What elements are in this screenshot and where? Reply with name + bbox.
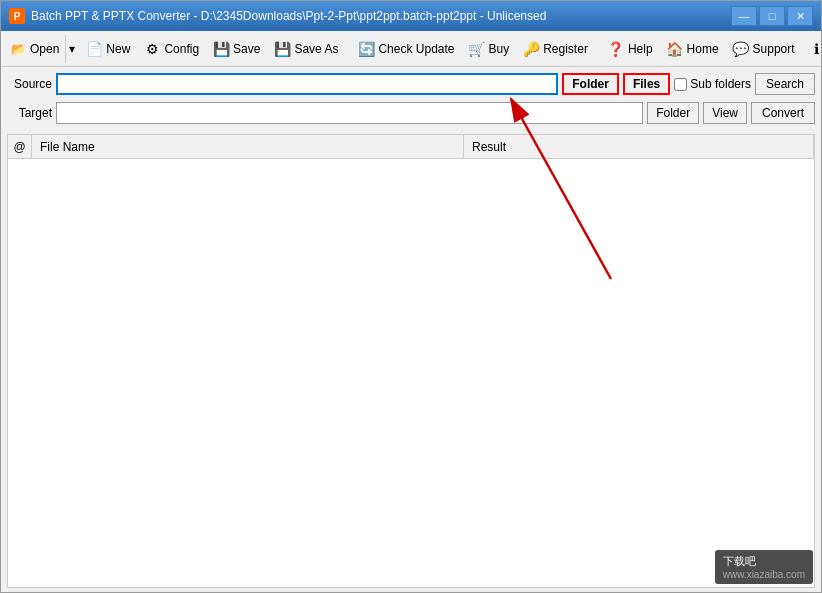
check-update-icon: 🔄 — [358, 41, 374, 57]
source-target-area: Source Folder Files Sub folders Search T… — [1, 67, 821, 130]
buy-menu-item[interactable]: 🛒 Buy — [463, 35, 516, 63]
support-menu-item[interactable]: 💬 Support — [727, 35, 801, 63]
config-menu-item[interactable]: ⚙ Config — [138, 35, 205, 63]
help-menu-item[interactable]: ❓ Help — [602, 35, 659, 63]
save-menu-item[interactable]: 💾 Save — [207, 35, 266, 63]
open-icon: 📂 — [11, 42, 26, 56]
about-menu-item[interactable]: ℹ About — [803, 35, 822, 63]
help-label: Help — [628, 42, 653, 56]
check-update-label: Check Update — [378, 42, 454, 56]
source-label: Source — [7, 77, 52, 91]
file-list-header: @ File Name Result — [8, 135, 814, 159]
home-icon: 🏠 — [667, 41, 683, 57]
convert-button[interactable]: Convert — [751, 102, 815, 124]
window-controls: — □ ✕ — [731, 6, 813, 26]
config-label: Config — [164, 42, 199, 56]
open-label: Open — [30, 42, 59, 56]
source-folder-button[interactable]: Folder — [562, 73, 619, 95]
close-button[interactable]: ✕ — [787, 6, 813, 26]
col-result-header: Result — [464, 135, 814, 158]
title-bar: P Batch PPT & PPTX Converter - D:\2345Do… — [1, 1, 821, 31]
support-label: Support — [753, 42, 795, 56]
window-title: Batch PPT & PPTX Converter - D:\2345Down… — [31, 9, 731, 23]
save-as-icon: 💾 — [274, 41, 290, 57]
col-name-header: File Name — [32, 135, 464, 158]
register-menu-item[interactable]: 🔑 Register — [517, 35, 594, 63]
home-label: Home — [687, 42, 719, 56]
col-num-header: @ — [8, 135, 32, 158]
subfolders-label: Sub folders — [690, 77, 751, 91]
save-label: Save — [233, 42, 260, 56]
file-list-body — [8, 159, 814, 587]
menu-bar: 📂 Open ▾ 📄 New ⚙ Config 💾 Save 💾 Save As… — [1, 31, 821, 67]
support-icon: 💬 — [733, 41, 749, 57]
register-label: Register — [543, 42, 588, 56]
new-menu-item[interactable]: 📄 New — [80, 35, 136, 63]
target-view-button[interactable]: View — [703, 102, 747, 124]
source-input[interactable] — [56, 73, 558, 95]
subfolders-checkbox[interactable] — [674, 78, 687, 91]
open-dropdown-arrow[interactable]: ▾ — [65, 35, 78, 63]
target-row: Target Folder View Convert — [7, 100, 815, 126]
new-label: New — [106, 42, 130, 56]
home-menu-item[interactable]: 🏠 Home — [661, 35, 725, 63]
save-as-label: Save As — [294, 42, 338, 56]
about-icon: ℹ — [809, 41, 822, 57]
target-input[interactable] — [56, 102, 643, 124]
app-icon: P — [9, 8, 25, 24]
search-button[interactable]: Search — [755, 73, 815, 95]
open-menu-group: 📂 Open ▾ — [5, 35, 78, 63]
target-label: Target — [7, 106, 52, 120]
buy-label: Buy — [489, 42, 510, 56]
config-icon: ⚙ — [144, 41, 160, 57]
new-icon: 📄 — [86, 41, 102, 57]
help-icon: ❓ — [608, 41, 624, 57]
maximize-button[interactable]: □ — [759, 6, 785, 26]
register-icon: 🔑 — [523, 41, 539, 57]
target-folder-button[interactable]: Folder — [647, 102, 699, 124]
main-window: P Batch PPT & PPTX Converter - D:\2345Do… — [0, 0, 822, 593]
check-update-menu-item[interactable]: 🔄 Check Update — [352, 35, 460, 63]
file-list-area: @ File Name Result — [7, 134, 815, 588]
save-as-menu-item[interactable]: 💾 Save As — [268, 35, 344, 63]
subfolders-checkbox-label[interactable]: Sub folders — [674, 77, 751, 91]
buy-icon: 🛒 — [469, 41, 485, 57]
minimize-button[interactable]: — — [731, 6, 757, 26]
open-button[interactable]: 📂 Open — [5, 35, 65, 63]
source-files-button[interactable]: Files — [623, 73, 670, 95]
source-row: Source Folder Files Sub folders Search — [7, 71, 815, 97]
save-icon: 💾 — [213, 41, 229, 57]
